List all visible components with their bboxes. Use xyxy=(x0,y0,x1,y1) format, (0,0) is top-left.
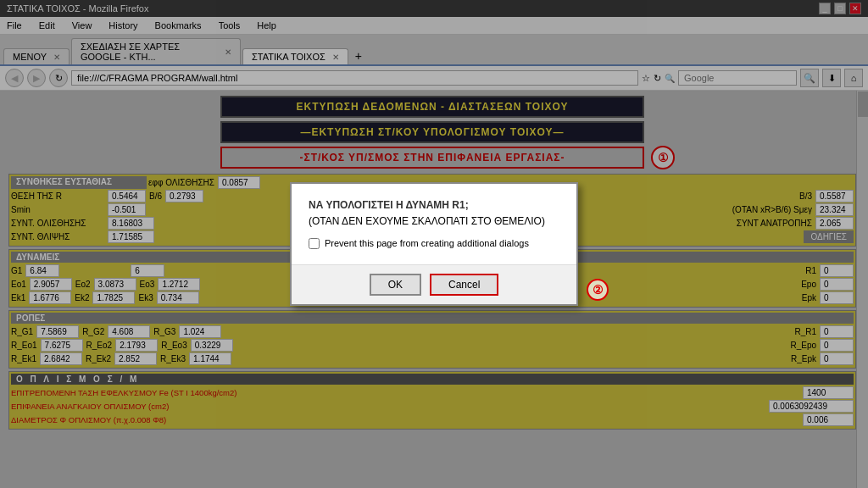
dialog-cancel-button[interactable]: Cancel xyxy=(430,274,498,296)
prevent-dialogs-label: Prevent this page from creating addition… xyxy=(325,236,529,252)
dialog-overlay: ΝΑ ΥΠΟΛΟΓΙΣΤΕΙ Η ΔΥΝΑΜΗ R1; (ΟΤΑΝ ΔΕΝ ΕΧ… xyxy=(0,0,868,488)
dialog-buttons: OK Cancel xyxy=(292,264,576,304)
dialog-title-line1: ΝΑ ΥΠΟΛΟΓΙΣΤΕΙ Η ΔΥΝΑΜΗ R1; xyxy=(309,197,559,214)
confirm-dialog: ΝΑ ΥΠΟΛΟΓΙΣΤΕΙ Η ΔΥΝΑΜΗ R1; (ΟΤΑΝ ΔΕΝ ΕΧ… xyxy=(290,182,578,307)
prevent-dialogs-checkbox[interactable] xyxy=(309,238,320,249)
dialog-body: ΝΑ ΥΠΟΛΟΓΙΣΤΕΙ Η ΔΥΝΑΜΗ R1; (ΟΤΑΝ ΔΕΝ ΕΧ… xyxy=(292,184,576,265)
dialog-title-line2: (ΟΤΑΝ ΔΕΝ ΕΧΟΥΜΕ ΣΚΑΛΟΠΑΤΙ ΣΤΟ ΘΕΜΕΛΙΟ) xyxy=(309,214,559,230)
dialog-checkbox-row: Prevent this page from creating addition… xyxy=(309,236,559,252)
annotation-2: ② xyxy=(587,279,609,301)
dialog-ok-button[interactable]: OK xyxy=(370,274,421,296)
